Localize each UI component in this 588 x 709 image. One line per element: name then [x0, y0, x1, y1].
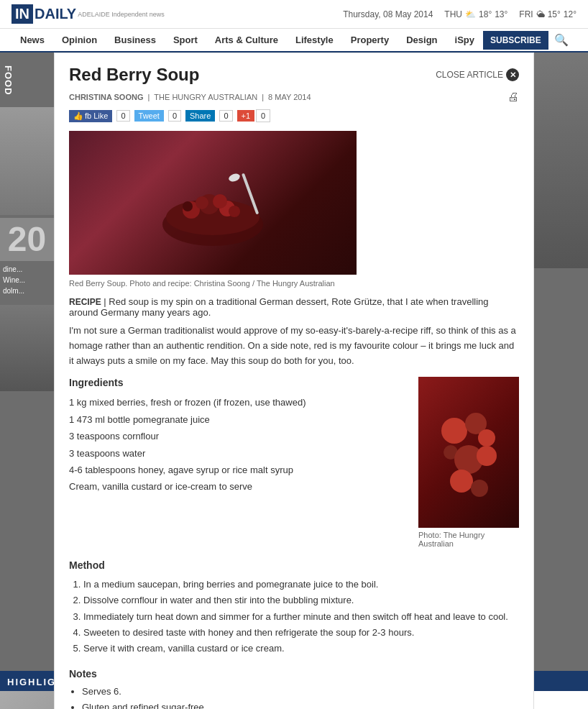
header: IN DAILY ADELAIDE Independent news Thurs…: [0, 0, 588, 29]
fri-low: 12°: [564, 9, 576, 19]
article-hero-image: [69, 131, 357, 275]
close-article-button[interactable]: CLOSE ARTICLE ✕: [436, 68, 519, 81]
logo-subtitle: ADELAIDE Independent news: [78, 11, 165, 18]
sidebar-line3: dolm...: [3, 285, 51, 296]
note-1: Serves 6.: [82, 684, 519, 700]
recipe-intro-text: Red soup is my spin on a traditional Ger…: [69, 296, 489, 318]
svg-point-10: [228, 173, 241, 183]
sidebar-image-1: [0, 107, 54, 215]
gplus-label: +1: [242, 111, 251, 120]
close-icon[interactable]: ✕: [506, 68, 519, 81]
method-title: Method: [69, 559, 519, 571]
logo-daily-text: DAILY: [35, 6, 76, 22]
ingredient-6: Cream, vanilla custard or ice-cream to s…: [69, 478, 407, 495]
fb-thumb-icon: 👍: [73, 111, 83, 121]
notes-title: Notes: [69, 668, 519, 680]
tweet-count-badge: 0: [168, 110, 181, 122]
thu-high: 18°: [479, 9, 492, 19]
nav-item-lifestyle[interactable]: Lifestyle: [287, 29, 342, 51]
tweet-label: Tweet: [139, 111, 160, 120]
sidebar-text: dine... Wine... dolm...: [0, 261, 54, 299]
right-sidebar-image: [534, 52, 588, 268]
sidebar-image-2: [0, 305, 54, 391]
main-nav: News Opinion Business Sport Arts & Cultu…: [0, 29, 588, 52]
article-author: CHRISTINA SOONG: [69, 93, 144, 101]
gplus-count-badge: 0: [256, 109, 270, 122]
logo[interactable]: IN DAILY ADELAIDE Independent news: [12, 4, 165, 24]
tweet-button[interactable]: Tweet: [134, 110, 164, 122]
recipe-intro-line: RECIPE | Red soup is my spin on a tradit…: [69, 296, 519, 318]
weather-info: Thursday, 08 May 2014 THU ⛅ 18° 13° FRI …: [343, 9, 576, 19]
article-publication: THE HUNGRY AUSTRALIAN: [154, 93, 257, 101]
nav-item-opinion[interactable]: Opinion: [53, 29, 106, 51]
weather-thu: THU ⛅ 18° 13°: [444, 9, 507, 19]
article-meta: CHRISTINA SOONG | THE HUNGRY AUSTRALIAN …: [69, 91, 519, 104]
body-para-1: I'm not sure a German traditionalist wou…: [69, 324, 519, 368]
linkedin-share-button[interactable]: Share: [185, 110, 215, 122]
thu-label: THU: [444, 9, 462, 19]
article-title: Red Berry Soup: [69, 65, 199, 85]
thu-low: 13°: [495, 9, 507, 19]
nav-item-news[interactable]: News: [12, 29, 53, 51]
ingredient-5: 4-6 tablespoons honey, agave syrup or ri…: [69, 462, 407, 478]
svg-point-16: [477, 446, 497, 466]
note-2: Gluten and refined sugar-free.: [82, 700, 519, 709]
thu-icon: ⛅: [465, 9, 476, 19]
recipe-img-caption: Photo: The Hungry Australian: [418, 531, 519, 548]
method-list: In a medium saucepan, bring berries and …: [69, 577, 519, 656]
method-step-5: Serve it with cream, vanilla custard or …: [83, 641, 519, 657]
ingredient-3: 3 teaspoons cornflour: [69, 428, 407, 444]
print-icon[interactable]: 🖨: [507, 91, 519, 104]
article-popup: Red Berry Soup CLOSE ARTICLE ✕ CHRISTINA…: [54, 52, 534, 709]
search-icon[interactable]: 🔍: [554, 33, 569, 47]
linkedin-label: Share: [190, 111, 211, 120]
method-step-1: In a medium saucepan, bring berries and …: [83, 577, 519, 593]
recipe-label: RECIPE: [69, 297, 101, 307]
date-label: Thursday, 08 May 2014: [343, 9, 433, 19]
ingredient-2: 1 473 ml bottle pomegranate juice: [69, 411, 407, 428]
nav-item-design[interactable]: Design: [398, 29, 446, 51]
logo-in-text: IN: [12, 4, 33, 24]
gplus-button[interactable]: +1: [237, 110, 255, 122]
nav-item-arts[interactable]: Arts & Culture: [206, 29, 287, 51]
svg-point-17: [450, 470, 473, 493]
social-row: 👍 fb Like 0 Tweet 0 Share 0 +1: [69, 109, 519, 122]
svg-point-11: [441, 418, 467, 444]
ingredients-col: Ingredients 1 kg mixed berries, fresh or…: [69, 377, 407, 548]
left-sidebar: FOOD 20 dine... Wine... dolm...: [0, 52, 54, 671]
svg-point-18: [471, 480, 488, 497]
recipe-image-col: Photo: The Hungry Australian: [418, 377, 519, 548]
nav-item-property[interactable]: Property: [342, 29, 398, 51]
meta-separator-1: |: [148, 93, 150, 101]
nav-item-business[interactable]: Business: [106, 29, 165, 51]
ingredients-section: Ingredients 1 kg mixed berries, fresh or…: [69, 377, 519, 548]
ingredient-4: 3 teaspoons water: [69, 445, 407, 462]
sidebar-number: 20: [0, 218, 54, 261]
sidebar-line2: Wine...: [3, 275, 51, 285]
svg-point-5: [196, 196, 208, 209]
gplus-group: +1 0: [237, 109, 271, 122]
notes-list: Serves 6. Gluten and refined sugar-free.…: [69, 684, 519, 709]
nav-item-sport[interactable]: Sport: [165, 29, 206, 51]
fri-high: 15°: [548, 9, 561, 19]
section-food-label: FOOD: [0, 60, 17, 101]
nav-item-subscribe[interactable]: SUBSCRIBE: [483, 31, 548, 50]
sidebar-line1: dine...: [3, 264, 51, 275]
linkedin-count-badge: 0: [219, 110, 232, 122]
article-date: 8 MAY 2014: [268, 93, 311, 101]
fb-like-label: fb Like: [85, 111, 108, 120]
ingredient-1: 1 kg mixed berries, fresh or frozen (if …: [69, 394, 407, 411]
nav-item-ispy[interactable]: iSpy: [446, 29, 483, 51]
hero-caption: Red Berry Soup. Photo and recipe: Christ…: [69, 279, 519, 288]
close-article-label: CLOSE ARTICLE: [436, 70, 503, 80]
svg-point-8: [229, 206, 240, 217]
fb-like-button[interactable]: 👍 fb Like: [69, 110, 112, 122]
hero-image-placeholder: [69, 131, 357, 275]
method-step-2: Dissolve cornflour in water and then sti…: [83, 593, 519, 608]
recipe-image-placeholder: [418, 377, 519, 528]
svg-point-7: [183, 201, 193, 211]
center-content: Red Berry Soup CLOSE ARTICLE ✕ CHRISTINA…: [54, 52, 534, 671]
content-area: FOOD 20 dine... Wine... dolm... Red Berr…: [0, 52, 588, 671]
fri-label: FRI: [519, 9, 533, 19]
ingredients-title: Ingredients: [69, 377, 407, 388]
